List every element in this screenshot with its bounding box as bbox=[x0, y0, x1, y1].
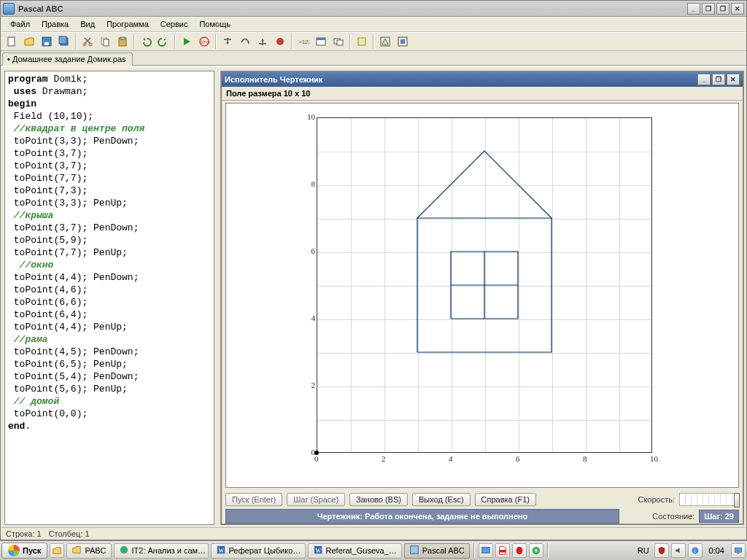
robot-icon[interactable] bbox=[395, 34, 411, 49]
code-line[interactable]: toPoint(5,6); PenUp; bbox=[8, 383, 211, 395]
code-line[interactable]: toPoint(3,3); PenUp; bbox=[8, 197, 211, 209]
code-line[interactable]: toPoint(3,7); PenDown; bbox=[8, 222, 211, 234]
quicklaunch-desktop-icon[interactable] bbox=[479, 543, 493, 558]
copy-icon[interactable] bbox=[97, 34, 113, 49]
svg-rect-30 bbox=[482, 548, 490, 553]
close-button[interactable]: ✕ bbox=[727, 74, 740, 85]
code-line[interactable]: toPoint(7,7); PenUp; bbox=[8, 246, 211, 259]
maximize-button[interactable]: ❐ bbox=[702, 3, 715, 15]
code-line[interactable]: //окно bbox=[8, 259, 211, 271]
code-line[interactable]: toPoint(4,6); bbox=[8, 284, 211, 296]
speed-slider[interactable] bbox=[679, 493, 739, 506]
drawman-icon[interactable] bbox=[377, 34, 393, 49]
minimize-button[interactable]: _ bbox=[687, 3, 700, 15]
run-icon[interactable] bbox=[179, 34, 195, 49]
titlebar[interactable]: Pascal ABC _ ❐ ❐ ✕ bbox=[1, 1, 746, 17]
redo-icon[interactable] bbox=[155, 34, 171, 49]
code-line[interactable]: //квадрат в центре поля bbox=[8, 122, 211, 135]
code-line[interactable]: toPoint(6,5); PenUp; bbox=[8, 358, 211, 370]
slider-thumb[interactable] bbox=[734, 493, 740, 508]
code-line[interactable]: // домой bbox=[8, 395, 211, 408]
task-item[interactable]: Pascal ABC bbox=[404, 543, 470, 559]
quicklaunch-opera-icon[interactable] bbox=[512, 543, 527, 558]
code-line[interactable]: toPoint(0,0); bbox=[8, 408, 211, 420]
code-line[interactable]: uses Drawman; bbox=[8, 85, 211, 98]
tab-file[interactable]: • Домашнее задание Домик.pas bbox=[2, 52, 133, 66]
minimize-button[interactable]: _ bbox=[697, 74, 711, 85]
cut-icon[interactable] bbox=[80, 34, 96, 49]
work-area: program Domik; uses Drawman;begin Field … bbox=[1, 66, 746, 527]
clock[interactable]: 0:04 bbox=[705, 546, 729, 555]
code-line[interactable]: toPoint(4,5); PenDown; bbox=[8, 346, 211, 358]
code-line[interactable]: toPoint(4,4); PenDown; bbox=[8, 271, 211, 284]
svg-point-13 bbox=[276, 38, 284, 45]
tray-shield-icon[interactable] bbox=[654, 543, 669, 558]
quicklaunch-pdf-icon[interactable] bbox=[495, 543, 510, 558]
code-line[interactable]: toPoint(5,4); PenDown; bbox=[8, 370, 211, 383]
restore-button[interactable]: ❐ bbox=[716, 3, 729, 15]
y-tick: 2 bbox=[302, 381, 315, 389]
stop-icon[interactable]: STOP bbox=[196, 34, 212, 49]
maximize-button[interactable]: ❐ bbox=[712, 74, 725, 85]
run-button[interactable]: Пуск (Enter) bbox=[225, 493, 282, 506]
step-over-icon[interactable] bbox=[237, 34, 253, 49]
step-into-icon[interactable] bbox=[220, 34, 236, 49]
code-line[interactable]: toPoint(3,7); bbox=[8, 147, 211, 160]
language-indicator[interactable]: RU bbox=[635, 546, 652, 555]
menu-edit[interactable]: Правка bbox=[36, 18, 74, 30]
task-item-label: Pascal ABC bbox=[422, 546, 465, 555]
window-icon[interactable] bbox=[313, 34, 329, 49]
quicklaunch-folder-icon[interactable] bbox=[50, 543, 64, 558]
code-line[interactable]: toPoint(3,3); PenDown; bbox=[8, 135, 211, 147]
save-all-icon[interactable] bbox=[56, 34, 72, 49]
task-item[interactable]: WReferat_Guseva_… bbox=[308, 543, 402, 559]
close-button[interactable]: ✕ bbox=[731, 3, 744, 15]
reset-button[interactable]: Заново (BS) bbox=[349, 493, 408, 506]
step-out-icon[interactable] bbox=[255, 34, 271, 49]
code-line[interactable]: toPoint(4,4); PenUp; bbox=[8, 321, 211, 333]
exit-button[interactable]: Выход (Esc) bbox=[412, 493, 471, 506]
code-line[interactable]: end. bbox=[8, 420, 211, 432]
open-file-icon[interactable] bbox=[21, 34, 37, 49]
undo-icon[interactable] bbox=[138, 34, 154, 49]
drawing-field: 00224466881010 bbox=[225, 103, 739, 488]
drawman-titlebar[interactable]: Исполнитель Чертежник _ ❐ ✕ bbox=[222, 72, 743, 87]
tray-volume-icon[interactable] bbox=[671, 543, 686, 558]
code-line[interactable]: toPoint(6,4); bbox=[8, 308, 211, 321]
code-line[interactable]: Field (10,10); bbox=[8, 110, 211, 122]
tray-info-icon[interactable]: i bbox=[688, 543, 703, 558]
tray-monitor-icon[interactable] bbox=[731, 543, 746, 558]
breakpoint-icon[interactable] bbox=[272, 34, 288, 49]
help-button[interactable]: Справка (F1) bbox=[475, 493, 536, 506]
code-line[interactable]: //рама bbox=[8, 333, 211, 346]
step-button[interactable]: Шаг (Space) bbox=[287, 493, 345, 506]
start-button[interactable]: Пуск bbox=[1, 542, 47, 559]
menu-service[interactable]: Сервис bbox=[155, 18, 193, 30]
code-line[interactable]: begin bbox=[8, 98, 211, 110]
watch-icon[interactable]: >123 bbox=[295, 34, 311, 49]
task-item[interactable]: PABC bbox=[66, 543, 111, 559]
save-icon[interactable] bbox=[39, 34, 55, 49]
paste-icon[interactable] bbox=[115, 34, 131, 49]
svg-rect-29 bbox=[410, 546, 418, 554]
windows-icon[interactable] bbox=[330, 34, 347, 49]
code-line[interactable]: toPoint(7,3); bbox=[8, 184, 211, 197]
menu-help[interactable]: Помощь bbox=[194, 18, 236, 30]
menu-view[interactable]: Вид bbox=[75, 18, 100, 30]
task-item[interactable]: WРеферат Цыбико… bbox=[211, 543, 306, 559]
new-file-icon[interactable] bbox=[4, 34, 20, 49]
code-editor[interactable]: program Domik; uses Drawman;begin Field … bbox=[4, 71, 214, 525]
code-line[interactable]: program Domik; bbox=[8, 73, 211, 85]
code-line[interactable]: toPoint(6,6); bbox=[8, 296, 211, 308]
svg-rect-22 bbox=[400, 39, 405, 44]
menu-program[interactable]: Программа bbox=[101, 18, 154, 30]
task-item[interactable]: IT2: Анализ и сам… bbox=[114, 543, 209, 559]
options-icon[interactable] bbox=[354, 34, 370, 49]
x-tick: 6 bbox=[516, 454, 520, 463]
code-line[interactable]: //крыша bbox=[8, 209, 211, 222]
code-line[interactable]: toPoint(5,9); bbox=[8, 234, 211, 246]
code-line[interactable]: toPoint(7,7); bbox=[8, 172, 211, 184]
code-line[interactable]: toPoint(3,7); bbox=[8, 160, 211, 172]
quicklaunch-chrome-icon[interactable] bbox=[529, 543, 543, 558]
menu-file[interactable]: Файл bbox=[5, 18, 35, 30]
